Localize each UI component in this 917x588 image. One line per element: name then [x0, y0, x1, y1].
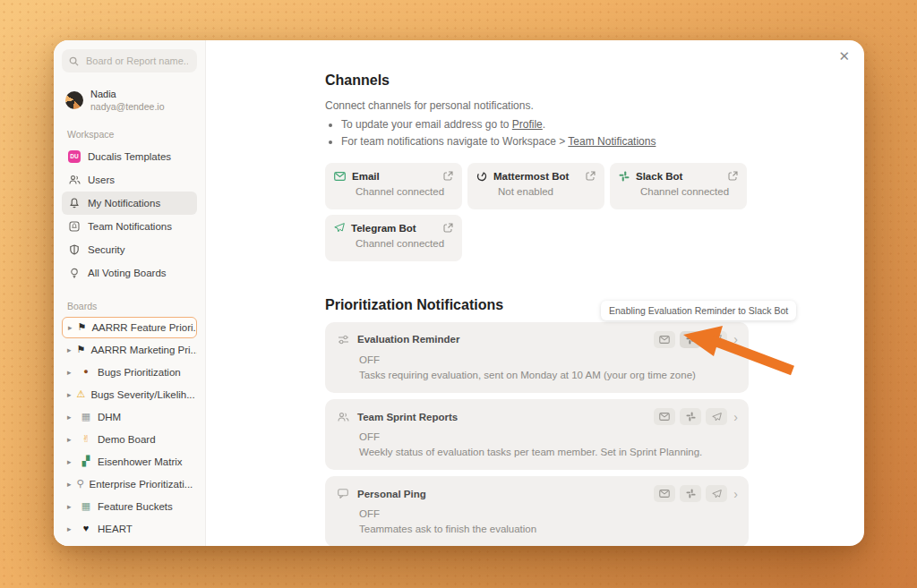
- channel-status: Channel connected: [334, 186, 453, 197]
- pirate-flag-icon: ⚑: [78, 322, 87, 332]
- board-label: AARRR Feature Priori...: [91, 322, 197, 333]
- user-profile[interactable]: Nadia nadya@tendee.io: [65, 89, 193, 113]
- external-link-icon[interactable]: [586, 171, 596, 181]
- expand-caret-icon[interactable]: ▸: [68, 323, 73, 332]
- telegram-channel-chip[interactable]: [706, 485, 727, 502]
- board-item-aarrr-marketing[interactable]: ▸ ⚑ AARRR Marketing Pri...: [62, 339, 197, 361]
- sidebar-item-ducalis-templates[interactable]: DU Ducalis Templates: [62, 145, 197, 168]
- search-input[interactable]: [62, 49, 197, 72]
- lightbulb-icon: [68, 268, 81, 278]
- notification-state: OFF: [336, 431, 738, 442]
- board-item-enterprise-prioritization[interactable]: ▸ ⚲ Enterprise Prioritizati...: [62, 473, 197, 495]
- notification-description: Weekly status of evaluation tasks per te…: [336, 445, 738, 459]
- magnifier-icon: ⚲: [77, 479, 84, 489]
- email-channel-chip[interactable]: [654, 331, 675, 348]
- notification-title: Personal Ping: [357, 489, 647, 499]
- channel-card-mattermost[interactable]: Mattermost Bot Not enabled: [467, 163, 604, 209]
- close-icon[interactable]: ✕: [838, 49, 850, 63]
- notification-description: Teammates ask to finish the evaluation: [336, 522, 738, 536]
- notification-card-evaluation-reminder[interactable]: Evaluation Reminder ›: [325, 322, 749, 393]
- email-channel-chip[interactable]: [654, 408, 675, 425]
- board-item-eisenhower-matrix[interactable]: ▸ ▞ Eisenhower Matrix: [62, 451, 197, 473]
- expand-caret-icon[interactable]: ▸: [67, 502, 74, 511]
- telegram-channel-chip[interactable]: [706, 331, 727, 348]
- workspace-logo-icon: DU: [68, 150, 81, 163]
- slack-channel-chip[interactable]: [680, 331, 701, 348]
- board-label: Bugs Severity/Likelih...: [90, 389, 194, 400]
- sidebar-item-label: My Notifications: [88, 198, 160, 209]
- sidebar: Nadia nadya@tendee.io Workspace DU Ducal…: [54, 40, 206, 546]
- tooltip: Enabling Evaluation Reminder to Slack Bo…: [601, 301, 796, 320]
- board-item-bugs-prioritization[interactable]: ▸ ● Bugs Prioritization: [62, 362, 197, 383]
- calculator-icon: ▦: [80, 412, 92, 422]
- board-label: Feature Buckets: [98, 501, 173, 512]
- profile-link[interactable]: Profile: [512, 118, 543, 131]
- sidebar-item-label: Security: [88, 244, 125, 255]
- matrix-icon: ▞: [80, 456, 92, 466]
- board-item-aarrr-feature[interactable]: ▸ ⚑ AARRR Feature Priori...: [62, 317, 197, 338]
- board-item-bugs-severity[interactable]: ▸ ⚠ Bugs Severity/Likelih...: [62, 384, 197, 405]
- expand-caret-icon[interactable]: ▸: [67, 457, 74, 466]
- heart-icon: ♥: [80, 524, 92, 533]
- notification-card-personal-ping[interactable]: Personal Ping ›: [325, 476, 749, 546]
- channel-status: Channel connected: [619, 186, 738, 197]
- sidebar-item-team-notifications[interactable]: Team Notifications: [62, 215, 197, 238]
- board-label: HEART: [98, 524, 133, 534]
- expand-caret-icon[interactable]: ▸: [67, 345, 72, 354]
- team-icon: [336, 412, 350, 422]
- channel-status: Channel connected: [334, 238, 453, 249]
- sidebar-item-my-notifications[interactable]: My Notifications: [62, 192, 197, 215]
- chevron-right-icon[interactable]: ›: [733, 333, 738, 345]
- sliders-icon: [336, 335, 350, 345]
- board-item-demo-board[interactable]: ▸ ✌ Demo Board: [62, 429, 197, 450]
- boards-section-label: Boards: [67, 301, 192, 311]
- expand-caret-icon[interactable]: ▸: [67, 480, 72, 489]
- user-name: Nadia: [90, 89, 164, 101]
- notification-description: Tasks requiring evaluation, sent on Mond…: [336, 368, 738, 382]
- chevron-right-icon[interactable]: ›: [733, 488, 738, 500]
- expand-caret-icon[interactable]: ▸: [67, 390, 72, 399]
- sidebar-item-all-voting-boards[interactable]: All Voting Boards: [62, 261, 197, 285]
- telegram-channel-chip[interactable]: [706, 408, 727, 425]
- expand-caret-icon[interactable]: ▸: [67, 435, 74, 444]
- calculator-icon: ▦: [80, 501, 92, 511]
- board-item-heart[interactable]: ▸ ♥ HEART: [62, 518, 197, 540]
- sidebar-item-label: Users: [88, 175, 115, 185]
- board-label: Bugs Prioritization: [98, 367, 181, 378]
- slack-channel-chip[interactable]: [680, 408, 701, 425]
- expand-caret-icon[interactable]: ▸: [67, 524, 74, 533]
- settings-modal: ✕ Nadia nadya@tendee.io Workspace DU Duc…: [54, 40, 864, 546]
- sidebar-item-security[interactable]: Security: [62, 238, 197, 261]
- users-icon: [68, 175, 81, 185]
- notification-card-team-sprint-reports[interactable]: Team Sprint Reports ›: [325, 399, 749, 470]
- notification-state: OFF: [336, 354, 738, 365]
- pirate-flag-icon: ⚑: [77, 345, 86, 354]
- board-item-dhm[interactable]: ▸ ▦ DHM: [62, 406, 197, 428]
- email-icon: [334, 172, 346, 181]
- external-link-icon[interactable]: [443, 223, 453, 233]
- external-link-icon[interactable]: [443, 171, 453, 181]
- sidebar-item-users[interactable]: Users: [62, 168, 197, 192]
- telegram-icon: [334, 223, 345, 233]
- channel-title: Mattermost Bot: [493, 171, 579, 182]
- channel-card-telegram[interactable]: Telegram Bot Channel connected: [325, 215, 462, 261]
- channel-card-slack[interactable]: Slack Bot Channel connected: [610, 163, 747, 209]
- bullet-email: To update your email address go to Profi…: [341, 116, 749, 133]
- expand-caret-icon[interactable]: ▸: [67, 368, 74, 377]
- slack-channel-chip[interactable]: [680, 485, 701, 502]
- board-label: AARRR Marketing Pri...: [90, 345, 197, 355]
- shield-icon: [68, 244, 81, 255]
- email-channel-chip[interactable]: [654, 485, 675, 502]
- board-label: Demo Board: [98, 434, 156, 445]
- search-field[interactable]: [84, 55, 190, 67]
- team-notifications-link[interactable]: Team Notifications: [568, 135, 656, 148]
- expand-caret-icon[interactable]: ▸: [67, 413, 74, 422]
- chevron-right-icon[interactable]: ›: [733, 411, 738, 423]
- channel-cards: Email Channel connected Mattermost Bot: [325, 163, 749, 261]
- board-item-feature-buckets[interactable]: ▸ ▦ Feature Buckets: [62, 496, 197, 517]
- sidebar-item-label: All Voting Boards: [88, 268, 167, 278]
- external-link-icon[interactable]: [728, 171, 738, 181]
- team-bell-icon: [68, 221, 81, 232]
- wave-hand-icon: ✌: [80, 434, 92, 444]
- channel-card-email[interactable]: Email Channel connected: [325, 163, 462, 209]
